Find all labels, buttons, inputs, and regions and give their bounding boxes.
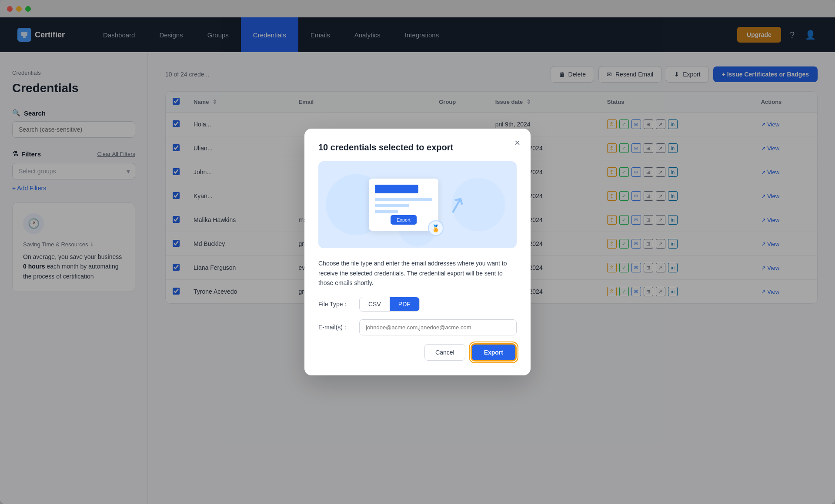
file-type-row: File Type : CSV PDF: [318, 297, 517, 312]
cert-line-3: [375, 210, 398, 213]
file-type-group: CSV PDF: [359, 297, 420, 312]
cert-header-bar: [375, 185, 418, 193]
email-input[interactable]: [359, 319, 517, 335]
modal-overlay: 10 credentials selected to export ×: [0, 0, 835, 504]
modal-title: 10 credentials selected to export: [318, 143, 517, 153]
modal-actions: Cancel Export: [318, 343, 517, 361]
export-illustration: Export 🏅 ↗: [318, 161, 517, 248]
export-modal: 10 credentials selected to export ×: [304, 129, 531, 375]
modal-close-button[interactable]: ×: [511, 136, 524, 150]
modal-export-button[interactable]: Export: [471, 343, 517, 361]
email-label: E-mail(s) :: [318, 324, 353, 331]
cert-export-label: Export: [391, 215, 417, 225]
app-window: Certifier Dashboard Designs Groups Crede…: [0, 0, 835, 504]
cert-line-1: [375, 198, 432, 201]
cert-line-2: [375, 204, 409, 207]
csv-button[interactable]: CSV: [360, 297, 390, 311]
email-row: E-mail(s) :: [318, 319, 517, 335]
modal-description: Choose the file type and enter the email…: [318, 259, 517, 288]
file-type-label: File Type :: [318, 301, 353, 308]
cert-illustration: Export 🏅: [369, 179, 438, 231]
cancel-button[interactable]: Cancel: [424, 344, 465, 361]
pdf-button[interactable]: PDF: [390, 297, 419, 311]
